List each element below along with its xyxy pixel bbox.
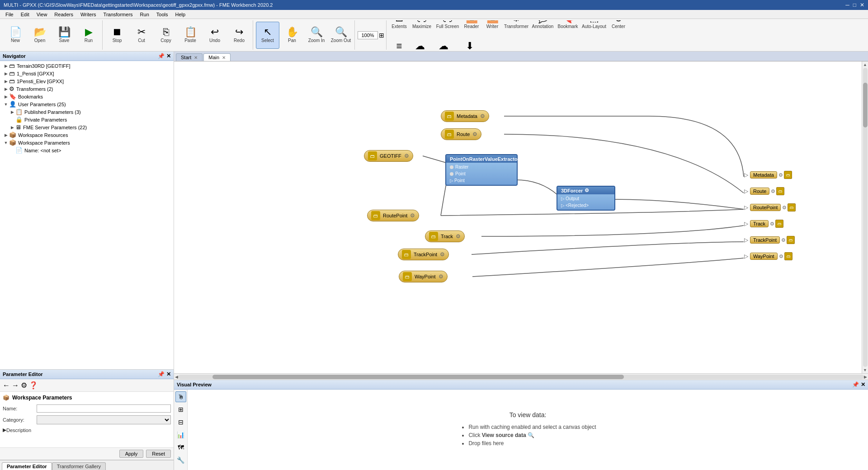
tree-expand-pensti-elev[interactable]: ▶ bbox=[3, 79, 9, 84]
hscroll-thumb[interactable] bbox=[212, 375, 624, 379]
param-editor-pin-icon[interactable]: 📌 bbox=[158, 371, 165, 377]
menu-transformers[interactable]: Transformers bbox=[100, 12, 137, 17]
tree-expand-bookmarks[interactable]: ▶ bbox=[3, 94, 9, 99]
vp-table-tool[interactable]: ⊞ bbox=[175, 404, 186, 415]
node-3dforcer[interactable]: 3DForcer ⚙ ▷ Output ▷ <Rejected> bbox=[557, 186, 615, 211]
tree-item-workspace-resources[interactable]: ▶ 📦 Workspace Resources bbox=[1, 131, 173, 139]
canvas-scroll-down[interactable]: ▼ bbox=[863, 368, 867, 372]
navigator-pin-icon[interactable]: 📌 bbox=[158, 53, 165, 59]
param-help-icon[interactable]: ❓ bbox=[29, 381, 38, 390]
description-row[interactable]: ▶ Description bbox=[3, 427, 171, 433]
track-writer-gear[interactable]: ⚙ bbox=[770, 221, 774, 227]
3dforcer-settings[interactable]: ⚙ bbox=[585, 188, 589, 193]
tree-expand-transformers[interactable]: ▶ bbox=[3, 87, 9, 91]
reset-button[interactable]: Reset bbox=[146, 450, 171, 458]
select-button[interactable]: ↖ Select bbox=[256, 22, 279, 49]
geotiff-reader-gear[interactable]: ⚙ bbox=[404, 153, 409, 159]
tree-item-user-params[interactable]: ▼ 👤 User Parameters (25) bbox=[1, 100, 173, 108]
hscroll-left[interactable]: ◀ bbox=[175, 375, 178, 379]
tree-expand-pensti[interactable]: ▶ bbox=[3, 71, 9, 76]
zoom-fit-icon[interactable]: ⊞ bbox=[379, 32, 384, 39]
point-on-raster-settings[interactable]: ⚙ bbox=[521, 156, 526, 162]
vp-stats-tool[interactable]: 📊 bbox=[175, 429, 186, 440]
vp-grid-tool[interactable]: ⊟ bbox=[175, 417, 186, 428]
tree-item-workspace-params[interactable]: ▼ 📦 Workspace Parameters bbox=[1, 139, 173, 146]
canvas-tab-main-close[interactable]: ✕ bbox=[222, 55, 226, 60]
minimize-button[interactable]: ─ bbox=[845, 2, 849, 8]
cut-button[interactable]: ✂ Cut bbox=[130, 22, 153, 49]
track-reader-gear[interactable]: ⚙ bbox=[456, 233, 461, 240]
reader-button[interactable]: 📥 Reader bbox=[462, 20, 481, 35]
trackpoint-writer-gear[interactable]: ⚙ bbox=[781, 237, 786, 243]
visual-preview-close-icon[interactable]: ✕ bbox=[861, 381, 865, 388]
node-metadata-reader[interactable]: 🗃 Metadata ⚙ bbox=[441, 110, 489, 122]
bookmark-button[interactable]: 🔖 Bookmark bbox=[556, 20, 580, 35]
navigator-close-icon[interactable]: ✕ bbox=[166, 53, 171, 59]
node-trackpoint-writer[interactable]: ▷ TrackPoint ⚙ 🗃 bbox=[741, 235, 797, 245]
stop-button[interactable]: ⏹ Stop bbox=[105, 22, 129, 49]
node-geotiff-reader[interactable]: 🗃 GEOTIFF ⚙ bbox=[364, 150, 413, 162]
node-route-reader[interactable]: 🗃 Route ⚙ bbox=[441, 128, 481, 140]
hscroll-right[interactable]: ▶ bbox=[864, 375, 867, 379]
trackpoint-reader-gear[interactable]: ⚙ bbox=[440, 251, 445, 258]
tree-item-transformers[interactable]: ▶ ⚙ Transformers (2) bbox=[1, 85, 173, 93]
tab-param-editor[interactable]: Parameter Editor bbox=[2, 462, 52, 470]
routepoint-reader-gear[interactable]: ⚙ bbox=[410, 212, 415, 219]
menu-view[interactable]: View bbox=[33, 12, 51, 17]
close-button[interactable]: ✕ bbox=[860, 2, 864, 8]
node-track-writer[interactable]: ▷ Track ⚙ 🗃 bbox=[741, 219, 786, 229]
menu-readers[interactable]: Readers bbox=[51, 12, 77, 17]
menu-tools[interactable]: Tools bbox=[153, 12, 172, 17]
undo-button[interactable]: ↩ Undo bbox=[203, 22, 226, 49]
waypoint-writer-gear[interactable]: ⚙ bbox=[779, 254, 783, 259]
tree-item-pensti-elev[interactable]: ▶ 🗃 1Pensti_Elev [GPXX] bbox=[1, 77, 173, 85]
zoom-in-button[interactable]: 🔍 Zoom In bbox=[305, 22, 328, 49]
copy-button[interactable]: ⎘ Copy bbox=[154, 22, 178, 49]
route-writer-gear[interactable]: ⚙ bbox=[771, 188, 775, 194]
canvas[interactable]: 🗃 Metadata ⚙ 🗃 Route ⚙ 🗃 GEOTIFF ⚙ bbox=[174, 61, 868, 373]
vp-view-source[interactable]: View source data bbox=[482, 432, 526, 438]
name-input[interactable] bbox=[37, 404, 171, 413]
open-button[interactable]: 📂 Open bbox=[28, 22, 52, 49]
node-point-on-raster[interactable]: PointOnRasterValueExtractor ⚙ Raster Poi… bbox=[445, 154, 518, 186]
route-reader-gear[interactable]: ⚙ bbox=[472, 131, 477, 137]
node-metadata-writer[interactable]: ▷ Metadata ⚙ 🗃 bbox=[741, 170, 795, 180]
tree-expand-fme-server-params[interactable]: ▶ bbox=[9, 125, 15, 130]
node-trackpoint-reader[interactable]: 🗃 TrackPoint ⚙ bbox=[398, 249, 449, 260]
metadata-writer-gear[interactable]: ⚙ bbox=[778, 172, 783, 178]
new-button[interactable]: 📄 New bbox=[4, 22, 27, 49]
waypoint-reader-gear[interactable]: ⚙ bbox=[439, 273, 443, 280]
category-select[interactable] bbox=[37, 415, 171, 424]
node-waypoint-writer[interactable]: ▷ WayPoint ⚙ 🗃 bbox=[741, 251, 795, 261]
save-button[interactable]: 💾 Save bbox=[52, 22, 76, 49]
maximize-button[interactable]: □ bbox=[853, 2, 856, 8]
node-routepoint-reader[interactable]: 🗃 RoutePoint ⚙ bbox=[367, 210, 419, 221]
param-back-button[interactable]: ← bbox=[3, 381, 10, 390]
vp-settings-tool[interactable]: 🔧 bbox=[175, 455, 186, 465]
menu-file[interactable]: File bbox=[2, 12, 17, 17]
center-button[interactable]: ⊕ Center bbox=[609, 20, 628, 35]
vp-map-tool[interactable]: 🗺 bbox=[175, 442, 186, 453]
menu-edit[interactable]: Edit bbox=[17, 12, 33, 17]
vscroll-thumb[interactable] bbox=[863, 83, 868, 127]
writer-button[interactable]: 📤 Writer bbox=[482, 20, 502, 35]
tree-item-terrain[interactable]: ▶ 🗃 Terrain30RD [GEOTIFF] bbox=[1, 62, 173, 70]
fullscreen-button[interactable]: ⛶ Full Screen bbox=[434, 20, 461, 35]
tree-item-published-params[interactable]: ▶ 📋 Published Parameters (3) bbox=[7, 108, 173, 116]
run-button[interactable]: ▶ Run bbox=[77, 22, 100, 49]
tree-expand-user-params[interactable]: ▼ bbox=[3, 102, 9, 107]
tab-transformer-gallery[interactable]: Transformer Gallery bbox=[52, 462, 106, 470]
tree-item-pensti[interactable]: ▶ 🗃 1_Pensti [GPXX] bbox=[1, 70, 173, 77]
canvas-tab-main[interactable]: Main ✕ bbox=[203, 53, 231, 61]
auto-layout-button[interactable]: ⬚ Auto-Layout bbox=[580, 20, 608, 35]
paste-button[interactable]: 📋 Paste bbox=[179, 22, 202, 49]
param-settings-icon[interactable]: ⚙ bbox=[21, 381, 27, 390]
menu-writers[interactable]: Writers bbox=[77, 12, 100, 17]
tree-expand-published-params[interactable]: ▶ bbox=[9, 110, 15, 114]
tree-item-name-param[interactable]: 📄 Name: <not set> bbox=[7, 146, 173, 154]
republish-button[interactable]: ☁ Republish bbox=[431, 36, 456, 50]
tree-item-private-params[interactable]: 🔒 Private Parameters bbox=[7, 116, 173, 123]
node-waypoint-reader[interactable]: 🗃 WayPoint ⚙ bbox=[399, 271, 448, 282]
tree-item-bookmarks[interactable]: ▶ 🔖 Bookmarks bbox=[1, 93, 173, 100]
download-button[interactable]: ⬇ Download bbox=[457, 36, 482, 50]
